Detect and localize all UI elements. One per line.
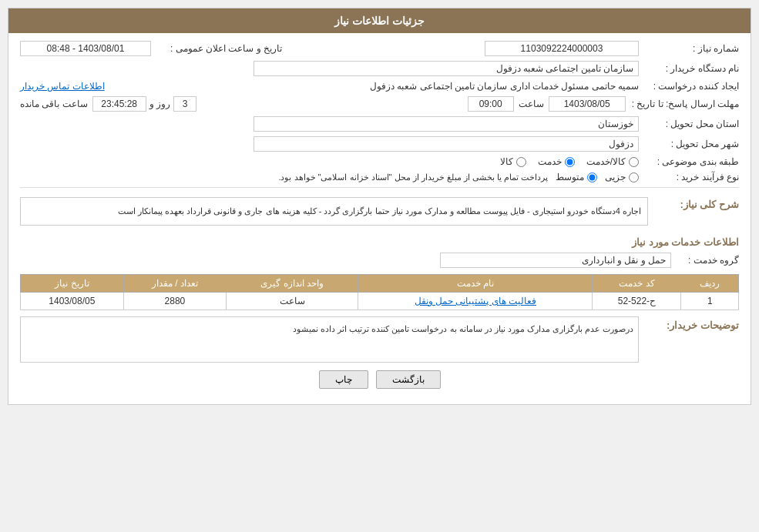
deadline-row: مهلت ارسال پاسخ: تا تاریخ : 1403/08/05 س… — [20, 96, 739, 112]
city-row: شهر محل تحویل : دزفول — [20, 136, 739, 152]
buyer-org-label: نام دستگاه خریدار : — [639, 63, 739, 74]
services-table: ردیف کد خدمت نام خدمت واحد اندازه گیری ت… — [20, 274, 739, 310]
category-kala-label: کالا — [500, 156, 513, 167]
print-button[interactable]: چاپ — [319, 370, 368, 389]
buyer-org-row: نام دستگاه خریدار : سازمان تامین اجتماعی… — [20, 61, 739, 76]
process-moutasat-item: متوسط — [556, 172, 597, 182]
service-group-label: گروه خدمت : — [677, 255, 739, 266]
col-unit: واحد اندازه گیری — [227, 274, 358, 292]
deadline-time: 09:00 — [468, 96, 514, 112]
need-number-label: شماره نیاز : — [639, 43, 739, 54]
buyer-org-value: سازمان تامین اجتماعی شعبه دزفول — [254, 61, 639, 76]
deadline-label: مهلت ارسال پاسخ: تا تاریخ : — [626, 99, 739, 109]
city-label: شهر محل تحویل : — [639, 139, 739, 149]
deadline-date: 1403/08/05 — [549, 96, 626, 112]
process-options: جزیی متوسط پرداخت تمام یا بخشی از مبلغ خ… — [278, 172, 639, 182]
creator-contact-link[interactable]: اطلاعات تماس خریدار — [20, 81, 105, 92]
desc-text: اجاره 4دستگاه خودرو استیجاری - فایل پیوس… — [20, 197, 648, 226]
category-kala-item: کالا — [500, 156, 526, 167]
category-khedmat-item: خدمت — [538, 156, 575, 167]
province-label: استان محل تحویل : — [639, 119, 739, 129]
process-moutasat-label: متوسط — [556, 172, 584, 182]
service-group-value: حمل و نقل و انبارداری — [440, 253, 671, 268]
col-row: ردیف — [681, 274, 739, 292]
page-title: جزئیات اطلاعات نیاز — [334, 15, 425, 27]
col-name: نام خدمت — [358, 274, 593, 292]
desc-section-label: شرح کلی نیاز: — [654, 199, 739, 210]
back-button[interactable]: بازگشت — [376, 370, 441, 389]
page-header: جزئیات اطلاعات نیاز — [8, 8, 751, 33]
creator-row: ایجاد کننده درخواست : سمیه حاتمی مسئول خ… — [20, 81, 739, 92]
service-group-row: گروه خدمت : حمل و نقل و انبارداری — [20, 253, 739, 268]
category-kala-khedmat-label: کالا/خدمت — [586, 156, 626, 167]
process-jazee-item: جزیی — [605, 172, 639, 182]
need-number-value: 1103092224000003 — [485, 41, 639, 56]
process-note: پرداخت تمام یا بخشی از مبلغ خریدار از مح… — [278, 172, 548, 182]
process-label: نوع فرآیند خرید : — [639, 172, 739, 182]
deadline-remaining-label: ساعت باقی مانده — [20, 99, 88, 109]
col-code: کد خدمت — [593, 274, 681, 292]
table-row: 1ح-522-52فعالیت های پشتیبانی حمل ونقلساع… — [21, 292, 739, 309]
desc-section: شرح کلی نیاز: اجاره 4دستگاه خودرو استیجا… — [20, 192, 739, 230]
deadline-time-label: ساعت — [519, 99, 544, 109]
city-value: دزفول — [254, 136, 639, 152]
announce-label: تاریخ و ساعت اعلان عمومی : — [151, 43, 282, 54]
process-jazee-radio[interactable] — [629, 172, 639, 182]
creator-value: سمیه حاتمی مسئول خدمات اداری سازمان تامی… — [111, 81, 639, 92]
province-row: استان محل تحویل : خوزستان — [20, 116, 739, 132]
deadline-days-label: روز و — [149, 99, 170, 109]
category-kala-khedmat-radio[interactable] — [629, 157, 639, 167]
need-number-row: شماره نیاز : 1103092224000003 تاریخ و سا… — [20, 41, 739, 56]
province-value: خوزستان — [254, 116, 639, 132]
deadline-days: 3 — [173, 96, 196, 112]
category-khedmat-label: خدمت — [538, 156, 562, 167]
category-kala-khedmat-item: کالا/خدمت — [586, 156, 639, 167]
process-row: نوع فرآیند خرید : جزیی متوسط پرداخت تمام… — [20, 172, 739, 182]
buyer-comments-text: درصورت عدم بارگزاری مدارک مورد نیاز در س… — [20, 316, 639, 363]
col-date: تاریخ نیاز — [21, 274, 124, 292]
process-jazee-label: جزیی — [605, 172, 626, 182]
announce-value: 1403/08/01 - 08:48 — [20, 41, 151, 56]
process-moutasat-radio[interactable] — [587, 172, 597, 182]
creator-label: ایجاد کننده درخواست : — [639, 81, 739, 92]
action-buttons: بازگشت چاپ — [20, 370, 739, 389]
col-quantity: تعداد / مقدار — [123, 274, 227, 292]
buyer-comments-area: توضیحات خریدار: درصورت عدم بارگزاری مدار… — [20, 316, 739, 363]
services-section: اطلاعات خدمات مورد نیاز گروه خدمت : حمل … — [20, 236, 739, 310]
category-row: طبقه بندی موضوعی : کالا/خدمت خدمت کالا — [20, 156, 739, 167]
category-label: طبقه بندی موضوعی : — [639, 156, 739, 167]
deadline-remaining: 23:45:28 — [92, 96, 146, 112]
category-radio-group: کالا/خدمت خدمت کالا — [500, 156, 639, 167]
category-khedmat-radio[interactable] — [565, 157, 575, 167]
buyer-comments-label: توضیحات خریدار: — [639, 316, 739, 331]
category-kala-radio[interactable] — [516, 157, 526, 167]
services-section-label: اطلاعات خدمات مورد نیاز — [20, 236, 739, 248]
